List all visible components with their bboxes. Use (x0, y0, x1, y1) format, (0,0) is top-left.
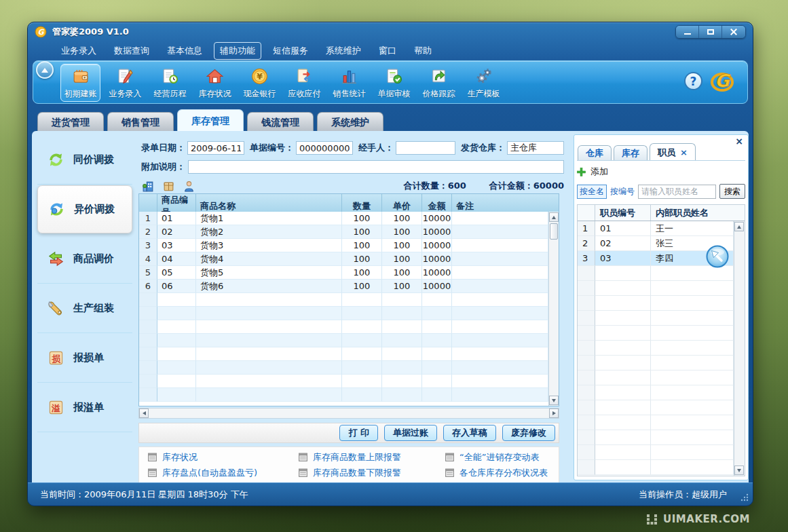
scroll-left-button[interactable] (139, 408, 149, 418)
toolbar-document-audit-button[interactable]: 单据审核 (374, 64, 414, 102)
toolbar-business-history-button[interactable]: 经营历程 (150, 64, 190, 102)
question-icon: ? (690, 75, 697, 88)
date-input[interactable] (187, 141, 244, 155)
toolbar-inventory-status-button[interactable]: 库存状况 (195, 64, 235, 102)
toolbar-initial-setup-button[interactable]: 初期建账 (60, 64, 100, 102)
status-current-operator: 当前操作员：超级用户 (639, 489, 727, 501)
menu-item-window[interactable]: 窗口 (373, 42, 402, 60)
search-button[interactable]: 搜索 (719, 184, 745, 199)
cursor-pointer-icon (705, 244, 730, 269)
tab-system-maintenance[interactable]: 系统维护 (317, 112, 383, 131)
sidebar-item-label: 异价调拨 (74, 203, 115, 216)
tab-warehouse[interactable]: 仓库 (578, 145, 612, 160)
tab-staff[interactable]: 职员 × (650, 143, 696, 160)
sidebar-item-overflow-report[interactable]: 溢 报溢单 (37, 383, 132, 432)
table-row-empty (139, 375, 548, 388)
menu-item-sms-service[interactable]: 短信服务 (267, 42, 314, 60)
tab-close-icon[interactable]: × (680, 144, 688, 161)
link-upper-limit-alert[interactable]: 库存商品数量上限报警 (298, 449, 445, 465)
toolbar-production-template-button[interactable]: 生产模板 (464, 64, 504, 102)
link-inventory-status[interactable]: 库存状况 (147, 449, 298, 465)
tab-purchase-management[interactable]: 进货管理 (37, 112, 104, 131)
filter-by-code-toggle[interactable]: 按编号 (610, 186, 635, 197)
vertical-scrollbar[interactable] (548, 212, 559, 406)
tab-cashflow-management[interactable]: 钱流管理 (247, 112, 314, 131)
warehouse-input[interactable] (507, 141, 564, 155)
table-row[interactable]: 404货物4 10010010000 (139, 252, 548, 266)
plus-icon (577, 168, 586, 176)
menu-item-basic-info[interactable]: 基本信息 (161, 42, 208, 60)
staff-row-empty (578, 356, 734, 370)
col-header-staff-name: 内部职员姓名 (651, 205, 745, 221)
link-omnipotent-flow-report[interactable]: “全能”进销存变动表 (445, 449, 559, 465)
sidebar-item-label: 商品调价 (73, 252, 114, 265)
menu-item-data-query[interactable]: 数据查询 (108, 42, 155, 60)
sidebar-item-same-price-transfer[interactable]: 同价调拨 (37, 135, 132, 185)
toolbar-button-label: 库存状况 (199, 88, 231, 100)
scroll-down-button[interactable] (549, 396, 559, 405)
staff-row[interactable]: 101王一 (578, 221, 734, 236)
panel-close-icon[interactable]: × (735, 136, 743, 146)
table-row[interactable]: 101货物1 10010010000 (139, 212, 548, 225)
scrollbar-thumb[interactable] (550, 223, 558, 240)
toolbar-button-label: 业务录入 (109, 88, 142, 100)
menu-item-aux-functions[interactable]: 辅助功能 (214, 42, 261, 60)
close-button[interactable] (722, 26, 745, 38)
staff-picker-icon[interactable] (183, 180, 195, 193)
maximize-button[interactable] (699, 26, 722, 38)
note-input[interactable] (188, 160, 564, 174)
post-document-button[interactable]: 单据过账 (384, 425, 437, 441)
staff-table: 职员编号 内部职员姓名 101王一 202张三 303李四 (577, 204, 745, 476)
sidebar-item-diff-price-transfer[interactable]: 异价调拨 (37, 185, 132, 233)
scroll-up-button[interactable] (734, 222, 744, 231)
discard-changes-button[interactable]: 废弃修改 (502, 425, 555, 441)
collapse-toolbar-button[interactable] (36, 61, 54, 79)
toolbar-button-label: 初期建账 (64, 88, 97, 100)
tab-inventory[interactable]: 库存 (614, 145, 648, 160)
scroll-right-button[interactable] (549, 408, 559, 418)
table-row[interactable]: 303货物3 10010010000 (139, 239, 548, 252)
table-row[interactable]: 202货物2 10010010000 (139, 225, 548, 239)
minimize-button[interactable] (676, 26, 699, 38)
goods-picker-icon[interactable] (162, 180, 175, 193)
price-adjust-icon (48, 250, 64, 267)
toolbar-cash-bank-button[interactable]: ¥ 现金银行 (240, 64, 280, 102)
table-row-empty (139, 361, 548, 375)
link-stocktaking[interactable]: 库存盘点(自动盘盈盘亏) (147, 465, 298, 480)
menu-item-system-maintenance[interactable]: 系统维护 (320, 42, 367, 60)
menu-item-business-entry[interactable]: 业务录入 (55, 42, 102, 60)
tab-sales-management[interactable]: 销售管理 (107, 112, 174, 131)
toolbar-sales-statistics-button[interactable]: 销售统计 (329, 64, 369, 102)
table-row[interactable]: 505货物5 10010010000 (139, 266, 548, 280)
staff-row-empty (578, 400, 734, 415)
print-button[interactable]: 打 印 (339, 425, 378, 441)
sidebar-item-loss-report[interactable]: 损 报损单 (37, 333, 132, 383)
sidebar-item-production-assembly[interactable]: 生产组装 (37, 284, 132, 333)
staff-vertical-scrollbar[interactable] (734, 221, 745, 476)
help-button[interactable]: ? (684, 72, 702, 90)
toolbar-price-tracking-button[interactable]: 价格跟踪 (419, 64, 459, 102)
filter-by-name-toggle[interactable]: 按全名 (577, 185, 607, 199)
menu-item-help[interactable]: 帮助 (408, 42, 438, 60)
save-draft-button[interactable]: 存入草稿 (443, 425, 496, 441)
staff-row-empty (578, 281, 734, 296)
add-staff-button[interactable]: 添加 (577, 166, 745, 178)
resize-grip[interactable] (740, 493, 749, 502)
table-row-empty (139, 293, 548, 307)
content-area: 同价调拨 异价调拨 商品调价 (32, 131, 749, 482)
sidebar-item-price-adjust[interactable]: 商品调价 (37, 234, 132, 284)
handler-input[interactable] (396, 141, 455, 155)
horizontal-scrollbar[interactable] (138, 408, 559, 419)
toolbar-receivable-payable-button[interactable]: 应收应付 (284, 64, 324, 102)
table-row[interactable]: 606货物6 10010010000 (139, 280, 548, 293)
warehouse-picker-icon[interactable] (142, 180, 155, 193)
staff-row-empty (578, 460, 734, 475)
scroll-down-button[interactable] (734, 466, 744, 475)
link-warehouse-distribution[interactable]: 各仓库库存分布状况表 (445, 465, 559, 480)
scroll-up-button[interactable] (549, 212, 559, 222)
toolbar-business-entry-button[interactable]: 业务录入 (105, 64, 145, 102)
tab-inventory-management[interactable]: 库存管理 (177, 109, 244, 131)
link-lower-limit-alert[interactable]: 库存商品数量下限报警 (298, 465, 445, 480)
doc-number-input[interactable] (296, 141, 353, 155)
staff-search-input[interactable] (638, 185, 716, 199)
